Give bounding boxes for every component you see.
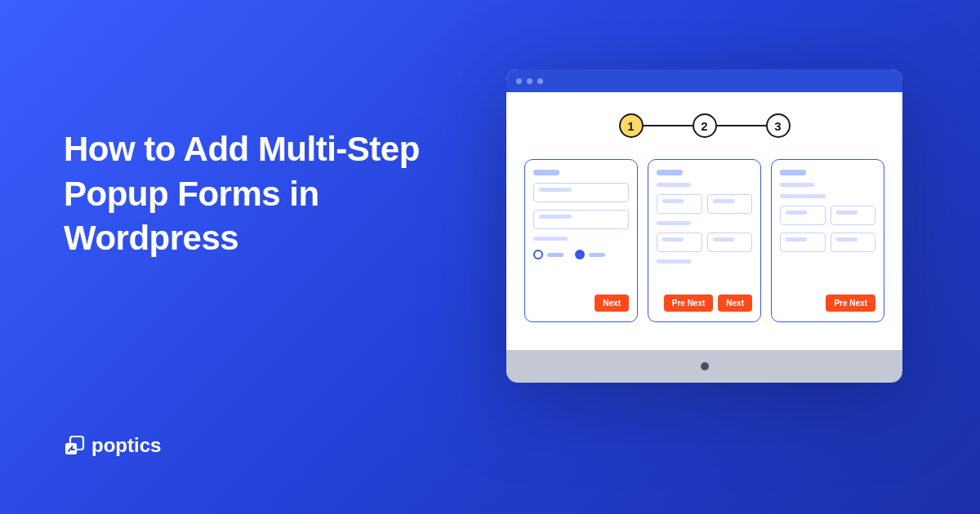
form-card-1: Next [524, 159, 638, 322]
step-connector [644, 125, 693, 127]
text-placeholder [780, 194, 826, 198]
hero-left: How to Add Multi-Step Popup Forms in Wor… [64, 127, 456, 261]
page-title: How to Add Multi-Step Popup Forms in Wor… [64, 127, 456, 261]
poptics-icon [64, 435, 85, 456]
brand-logo: poptics [64, 434, 161, 457]
radio-group [533, 250, 629, 259]
input-field [707, 194, 753, 214]
prev-next-button[interactable]: Pre Next [826, 295, 875, 312]
form-cards-row: Next Pr [524, 159, 884, 322]
window-dot [516, 78, 522, 84]
step-connector [717, 125, 766, 127]
card-title-placeholder [780, 170, 806, 175]
input-field [831, 233, 876, 252]
radio-option [533, 250, 564, 259]
text-placeholder [657, 183, 691, 187]
step-indicator: 1 2 3 [524, 113, 884, 138]
monitor-power-button [701, 362, 709, 370]
input-field [657, 233, 702, 252]
step-1: 1 [619, 113, 644, 138]
card-footer: Pre Next Next [657, 295, 752, 312]
window-titlebar [506, 69, 902, 92]
prev-next-button[interactable]: Pre Next [664, 295, 714, 312]
input-field [707, 233, 753, 252]
step-2: 2 [693, 113, 717, 138]
brand-name: poptics [91, 434, 161, 457]
next-button[interactable]: Next [595, 295, 629, 312]
card-footer: Next [533, 295, 629, 312]
radio-option [575, 250, 605, 259]
monitor-screen: 1 2 3 Next [506, 69, 902, 350]
input-field [780, 233, 826, 252]
monitor-illustration: 1 2 3 Next [506, 69, 902, 383]
browser-content: 1 2 3 Next [506, 92, 902, 350]
form-card-2: Pre Next Next [648, 159, 761, 322]
monitor-base [506, 350, 902, 383]
text-placeholder [533, 237, 568, 241]
input-field [831, 206, 876, 225]
text-placeholder [657, 221, 691, 225]
card-footer: Pre Next [780, 295, 875, 312]
text-placeholder [657, 259, 691, 264]
next-button[interactable]: Next [718, 295, 752, 312]
window-dot [527, 78, 532, 84]
input-field [533, 183, 629, 202]
card-title-placeholder [657, 170, 683, 175]
input-field [533, 210, 629, 229]
window-dot [537, 78, 543, 84]
form-card-3: Pre Next [771, 159, 884, 322]
step-3: 3 [766, 113, 791, 138]
input-field [657, 194, 702, 214]
input-field [780, 206, 826, 225]
text-placeholder [780, 183, 814, 187]
card-title-placeholder [533, 170, 559, 175]
